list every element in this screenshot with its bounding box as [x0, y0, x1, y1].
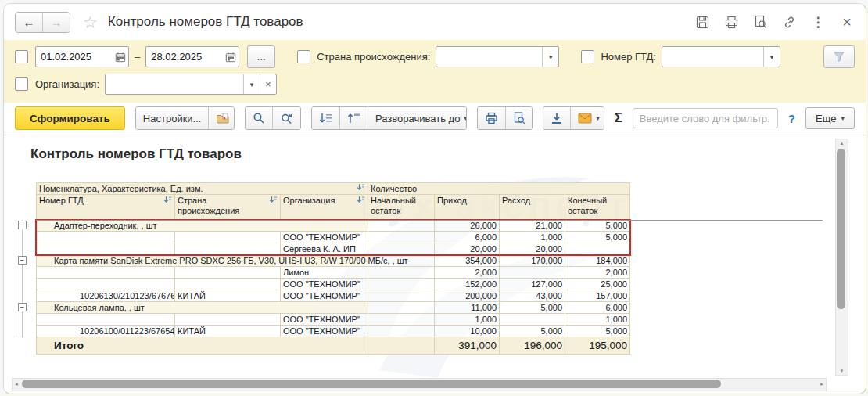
filter-settings-button[interactable] [823, 45, 855, 68]
period-to-input[interactable] [146, 51, 223, 63]
search-button[interactable] [246, 107, 272, 129]
total-value-cell: 391,000 [435, 337, 500, 355]
quick-filter-input[interactable] [633, 108, 778, 128]
send-mail-button[interactable]: ▾ [570, 107, 604, 129]
link-icon[interactable] [781, 14, 797, 30]
favorite-star-icon[interactable]: ☆ [83, 14, 98, 31]
sort-icon[interactable] [357, 196, 365, 207]
clear-icon[interactable]: × [260, 74, 276, 94]
tree-margin [14, 326, 36, 337]
value-cell: 152,000 [435, 279, 500, 290]
scroll-right-icon[interactable]: ► [820, 380, 824, 388]
report-variants-button[interactable]: ▾ [208, 107, 235, 129]
sort-icon[interactable] [357, 183, 365, 194]
print-preview-icon[interactable] [752, 14, 768, 30]
value-cell: 5,000 [565, 220, 630, 232]
group-expander-icon[interactable]: − [18, 221, 27, 229]
total-value-cell [368, 337, 435, 355]
horizontal-scroll-thumb[interactable] [22, 380, 721, 388]
gtd-number-cell [36, 267, 175, 279]
org-checkbox[interactable] [15, 77, 28, 91]
organization-cell: ООО "ТЕХНОМИР" [281, 326, 368, 337]
more-actions-icon[interactable]: ⋮ [810, 14, 826, 30]
vertical-scroll-thumb[interactable] [837, 149, 845, 309]
value-cell: 20,000 [500, 243, 565, 255]
dropdown-caret-icon: ▾ [464, 114, 466, 122]
print-icon[interactable] [723, 14, 739, 30]
settings-button[interactable]: Настройки... [136, 107, 209, 129]
tree-margin [14, 279, 36, 290]
group-expander-icon[interactable]: − [18, 303, 27, 311]
search-next-button[interactable] [272, 107, 300, 129]
chevron-down-icon[interactable]: ▾ [542, 47, 558, 67]
header-nomenclature-group: Номенклатура, Характеристика, Ед. изм. [36, 182, 368, 195]
gtd-checkbox[interactable] [581, 50, 594, 63]
value-cell: 354,000 [435, 255, 500, 267]
period-from-input[interactable] [36, 51, 113, 63]
vertical-scrollbar[interactable]: ▲ ▼ [835, 139, 848, 376]
sort-icon[interactable] [163, 196, 172, 207]
sort-icon[interactable] [269, 196, 278, 216]
scroll-down-icon[interactable]: ▼ [840, 367, 845, 375]
gtd-number-cell: 10206100/011223/6765432 [36, 326, 175, 337]
save-icon[interactable] [694, 14, 710, 30]
expand-rows-button[interactable] [312, 107, 339, 129]
value-cell [368, 302, 435, 314]
chevron-down-icon[interactable]: ▾ [763, 47, 780, 67]
scroll-left-icon[interactable]: ◄ [14, 380, 19, 388]
collapse-rows-button[interactable] [339, 107, 368, 129]
sum-button[interactable]: Σ [615, 110, 622, 126]
forward-button[interactable]: → [43, 13, 70, 32]
org-input[interactable] [106, 78, 243, 90]
country-input[interactable] [436, 51, 542, 63]
country-checkbox[interactable] [297, 50, 310, 63]
back-button[interactable]: ← [16, 13, 43, 32]
period-variants-button[interactable]: ... [247, 45, 275, 68]
report-table: Номенклатура, Характеристика, Ед. изм.Ко… [14, 182, 630, 355]
gtd-number-cell: 10206130/210123/6767648 [36, 290, 175, 302]
value-cell: 1,000 [565, 314, 630, 326]
chevron-down-icon[interactable]: ▾ [243, 74, 260, 94]
back-arrow-icon: ← [23, 16, 35, 29]
header-label: Номер ГТД [39, 196, 84, 207]
horizontal-scrollbar[interactable]: ◄ ► [12, 378, 827, 391]
total-value-cell: 195,000 [565, 337, 630, 355]
header-label: Конечный остаток [568, 196, 627, 216]
group-expander-icon[interactable]: − [18, 256, 27, 265]
scroll-up-icon[interactable]: ▲ [840, 139, 845, 147]
table-row: Итого391,000196,000195,000 [14, 337, 630, 355]
app-window: ← → ☆ Контроль номеров ГТД товаров [3, 3, 866, 394]
period-checkbox[interactable] [15, 50, 28, 63]
column-header: Начальный остаток [368, 195, 435, 220]
history-nav: ← → [15, 12, 70, 33]
table-row: ООО "ТЕХНОМИР"6,0001,0005,000 [14, 232, 630, 243]
tree-margin [14, 182, 36, 195]
value-cell: 184,000 [565, 255, 630, 267]
header-quantity-group: Количество [368, 182, 630, 195]
table-row: Номер ГТДСтрана происхожденияОрганизация… [14, 195, 630, 220]
value-cell [368, 232, 435, 243]
value-cell: 11,000 [435, 302, 500, 314]
search-group [245, 106, 301, 130]
save-report-button[interactable] [543, 107, 570, 129]
more-button[interactable]: Еще ▾ [805, 107, 855, 129]
header-label: Номенклатура, Характеристика, Ед. изм. [39, 184, 203, 194]
calendar-icon[interactable] [223, 47, 239, 67]
export-group: ▾ [543, 106, 604, 130]
print-report-button[interactable] [478, 107, 505, 129]
value-cell: 6,000 [435, 232, 500, 243]
calendar-icon[interactable] [113, 47, 128, 67]
close-icon[interactable]: × [839, 14, 855, 30]
column-header: Организация [281, 195, 368, 220]
table-row: Номенклатура, Характеристика, Ед. изм.Ко… [14, 182, 630, 195]
value-cell: 170,000 [500, 255, 565, 267]
gtd-input[interactable] [662, 51, 763, 63]
expand-to-button[interactable]: Разворачивать до ▾ [368, 107, 467, 129]
preview-report-button[interactable] [505, 107, 533, 129]
ellipsis-icon: ... [257, 51, 266, 63]
dropdown-caret-icon: ▾ [841, 114, 845, 122]
gtd-combo: ▾ [662, 46, 780, 67]
help-button[interactable]: ? [788, 112, 795, 125]
generate-button[interactable]: Сформировать [15, 106, 125, 130]
country-cell [175, 314, 281, 326]
